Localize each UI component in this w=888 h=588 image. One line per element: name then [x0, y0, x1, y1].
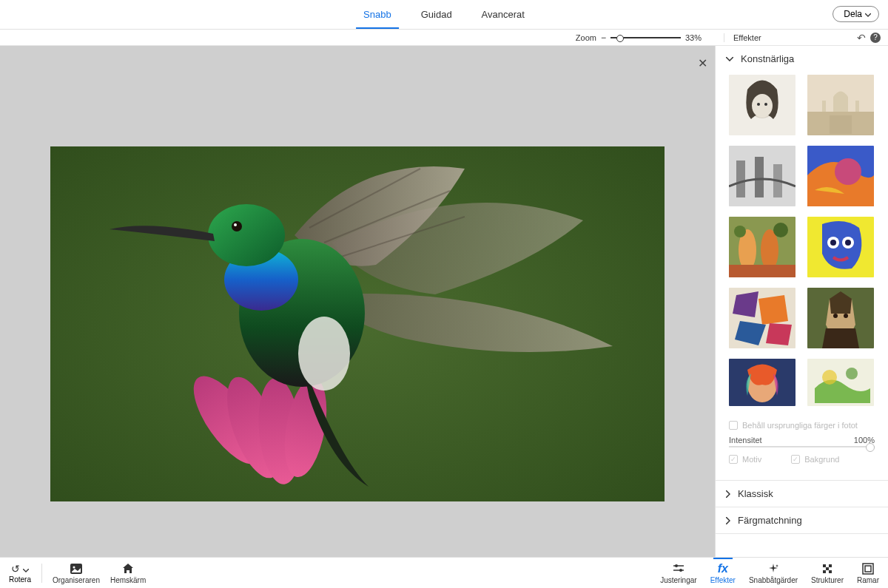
chevron-down-icon	[726, 57, 733, 61]
effects-tool[interactable]: fx Effekter	[710, 562, 736, 584]
chevron-down-icon	[865, 9, 871, 19]
effect-thumb[interactable]	[729, 359, 796, 406]
effect-thumb[interactable]	[729, 146, 796, 206]
tool-label: Effekter	[710, 576, 736, 584]
svg-rect-19	[855, 101, 859, 112]
effect-thumb[interactable]	[729, 75, 796, 135]
chevron-right-icon	[726, 517, 730, 524]
help-icon[interactable]: ?	[870, 33, 881, 43]
chevron-right-icon	[726, 490, 730, 498]
accordion-title: Färgmatchning	[738, 515, 802, 526]
effect-thumb[interactable]	[807, 288, 874, 348]
tool-label: Justeringar	[660, 576, 696, 584]
effect-thumb[interactable]	[729, 217, 796, 277]
accordion-konstnarliga: Konstnärliga	[716, 46, 888, 481]
svg-rect-66	[865, 566, 871, 572]
effect-thumb[interactable]	[729, 288, 796, 348]
tab-avancerat[interactable]: Avancerat	[467, 0, 539, 29]
tab-label: Snabb	[363, 9, 391, 20]
tool-label: Organiseraren	[53, 576, 100, 584]
organizer-icon	[70, 562, 83, 575]
svg-rect-23	[755, 157, 764, 197]
home-tool[interactable]: Hemskärm	[110, 562, 146, 584]
panel-title: Effekter	[724, 33, 850, 42]
canvas-area: ✕	[0, 46, 715, 557]
svg-point-46	[833, 314, 838, 318]
divider	[41, 564, 42, 583]
tab-snabb[interactable]: Snabb	[349, 0, 406, 29]
tool-label: Strukturer	[811, 576, 844, 584]
svg-rect-63	[823, 570, 826, 573]
svg-point-26	[835, 158, 861, 185]
frames-tool[interactable]: Ramar	[857, 562, 879, 584]
home-icon	[122, 562, 134, 575]
textures-tool[interactable]: Strukturer	[811, 562, 844, 584]
zoom-value: 33%	[685, 33, 702, 42]
effect-thumb[interactable]	[807, 146, 874, 206]
effect-thumb[interactable]	[807, 217, 874, 277]
bottom-bar: ↺ Rotera Organiseraren Hemskärm Justerin…	[0, 557, 888, 588]
zoom-slider[interactable]	[610, 37, 681, 38]
intensity-slider[interactable]	[729, 446, 875, 447]
svg-point-57	[675, 564, 678, 567]
svg-point-8	[232, 221, 242, 232]
svg-point-14	[757, 103, 760, 106]
adjustments-tool[interactable]: Justeringar	[660, 562, 696, 584]
svg-point-31	[734, 226, 746, 237]
rotate-tool[interactable]: ↺ Rotera	[9, 563, 31, 584]
zoom-minus-icon[interactable]: −	[601, 33, 606, 43]
undo-icon[interactable]: ↶	[857, 32, 866, 44]
accordion-header[interactable]: Klassisk	[716, 481, 888, 507]
share-button[interactable]: Dela	[832, 6, 879, 22]
accordion-klassisk: Klassisk	[716, 481, 888, 507]
svg-point-7	[208, 204, 285, 266]
tab-label: Guidad	[421, 9, 452, 20]
svg-point-37	[845, 240, 851, 246]
effect-options: Behåll ursprungliga färger i fotot Inten…	[716, 416, 888, 480]
accordion-header[interactable]: Konstnärliga	[716, 46, 888, 72]
svg-point-32	[773, 223, 788, 237]
effect-thumb[interactable]	[807, 75, 874, 135]
svg-rect-61	[829, 564, 832, 567]
option-label: Bakgrund	[804, 455, 839, 464]
svg-rect-64	[829, 570, 832, 573]
effect-thumb[interactable]	[807, 359, 874, 406]
checkbox-icon	[729, 421, 738, 430]
accordion-title: Klassisk	[738, 488, 773, 499]
svg-point-47	[844, 314, 848, 318]
svg-marker-48	[822, 328, 859, 348]
subject-option[interactable]: ✓ Motiv	[729, 455, 761, 464]
top-bar: Snabb Guidad Avancerat Dela	[0, 0, 888, 30]
background-option[interactable]: ✓ Bakgrund	[791, 455, 839, 464]
canvas-image[interactable]	[50, 146, 665, 501]
svg-point-55	[73, 566, 75, 568]
tab-guidad[interactable]: Guidad	[406, 0, 467, 29]
svg-marker-40	[758, 295, 788, 325]
share-label: Dela	[844, 9, 862, 19]
checkbox-icon: ✓	[791, 455, 800, 464]
tool-label: Snabbåtgärder	[749, 576, 798, 584]
accordion-header[interactable]: Färgmatchning	[716, 507, 888, 533]
mode-tabs: Snabb Guidad Avancerat	[349, 0, 539, 29]
svg-rect-65	[863, 564, 873, 574]
close-icon[interactable]: ✕	[698, 56, 707, 70]
svg-point-52	[822, 370, 837, 385]
svg-rect-60	[823, 564, 826, 567]
quick-actions-tool[interactable]: Snabbåtgärder	[749, 562, 798, 584]
svg-rect-22	[736, 160, 745, 197]
accordion-fargmatchning: Färgmatchning	[716, 507, 888, 534]
tab-label: Avancerat	[482, 9, 525, 20]
tool-label: Hemskärm	[110, 576, 146, 584]
keep-colors-option[interactable]: Behåll ursprungliga färger i fotot	[729, 421, 875, 430]
intensity-label: Intensitet	[729, 436, 762, 445]
zoom-bar: Zoom − 33% Effekter ↶ ?	[0, 30, 888, 46]
chevron-down-icon	[23, 563, 29, 575]
rotate-icon: ↺	[11, 563, 20, 575]
svg-rect-20	[830, 115, 852, 134]
effects-grid	[716, 72, 888, 416]
svg-point-53	[846, 368, 858, 379]
main-area: ✕	[0, 46, 888, 557]
accordion-title: Konstnärliga	[741, 53, 794, 64]
organizer-tool[interactable]: Organiseraren	[53, 562, 100, 584]
svg-point-10	[298, 317, 350, 391]
